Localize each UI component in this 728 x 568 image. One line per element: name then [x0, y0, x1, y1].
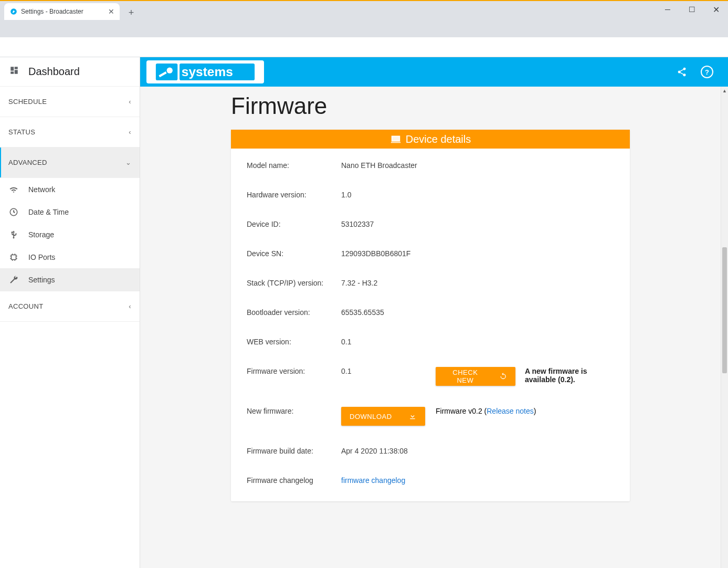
url-bar [0, 37, 728, 57]
new-fw-text: Firmware v0.2 (Release notes) [436, 407, 536, 415]
sidebar-group-status[interactable]: STATUS ‹ [0, 117, 140, 148]
sidebar-item-label: Network [28, 185, 55, 194]
scrollbar[interactable]: ▲ ▼ [721, 87, 728, 568]
build-date-label: Firmware build date: [247, 447, 341, 455]
device-id-value: 53102337 [341, 220, 436, 228]
fw-version-label: Firmware version: [247, 367, 341, 375]
download-button[interactable]: DOWNLOAD [341, 407, 425, 426]
browser-chrome: ─ ☐ ✕ Settings - Broadcaster ✕ + [0, 0, 728, 37]
laptop-icon [390, 133, 402, 145]
scroll-up-icon[interactable]: ▲ [721, 87, 728, 95]
chevron-left-icon: ‹ [129, 128, 131, 136]
changelog-label: Firmware changelog [247, 476, 341, 485]
dashboard-title: Dashboard [28, 66, 80, 78]
sidebar-item-ioports[interactable]: IO Ports [0, 246, 140, 268]
sidebar: Dashboard SCHEDULE ‹ STATUS ‹ ADVANCED ⌄… [0, 57, 140, 568]
wifi-icon [8, 185, 19, 194]
svg-rect-2 [156, 64, 177, 80]
check-new-button[interactable]: CHECK NEW [436, 367, 515, 386]
build-date-value: Apr 4 2020 11:38:08 [341, 447, 436, 455]
browser-tab[interactable]: Settings - Broadcaster ✕ [4, 3, 120, 20]
dashboard-header[interactable]: Dashboard [0, 57, 140, 87]
changelog-link[interactable]: firmware changelog [341, 476, 405, 485]
logo: systems [146, 60, 264, 83]
hw-version-value: 1.0 [341, 191, 436, 199]
new-fw-label: New firmware: [247, 407, 341, 415]
hw-version-label: Hardware version: [247, 191, 341, 199]
svg-rect-1 [12, 255, 16, 259]
chevron-down-icon: ⌄ [125, 159, 131, 166]
stack-label: Stack (TCP/IP) version: [247, 279, 341, 287]
sidebar-item-label: Storage [28, 230, 54, 239]
chip-icon [8, 253, 19, 262]
sidebar-item-network[interactable]: Network [0, 178, 140, 201]
model-name-label: Model name: [247, 161, 341, 170]
chevron-left-icon: ‹ [129, 98, 131, 106]
fw-version-value: 0.1 [341, 367, 436, 375]
dashboard-icon [9, 66, 19, 78]
model-name-value: Nano ETH Broadcaster [341, 161, 436, 170]
fw-available-note: A new firmware is available (0.2). [525, 367, 614, 384]
page-title: Firmware [231, 87, 630, 130]
web-version-value: 0.1 [341, 338, 436, 346]
sidebar-group-account[interactable]: ACCOUNT ‹ [0, 291, 140, 322]
sidebar-item-label: IO Ports [28, 253, 55, 261]
device-details-card: Device details Model name: Nano ETH Broa… [231, 130, 630, 501]
download-icon [408, 412, 417, 420]
device-id-label: Device ID: [247, 220, 341, 228]
window-maximize[interactable]: ☐ [680, 1, 704, 18]
top-bar: systems ? [140, 57, 728, 87]
help-icon[interactable]: ? [701, 66, 713, 78]
bootloader-label: Bootloader version: [247, 308, 341, 317]
sidebar-item-label: Date & Time [28, 208, 69, 216]
window-controls: ─ ☐ ✕ [656, 1, 728, 18]
sidebar-item-datetime[interactable]: Date & Time [0, 201, 140, 223]
tab-close-icon[interactable]: ✕ [108, 7, 114, 16]
device-sn-label: Device SN: [247, 249, 341, 258]
window-minimize[interactable]: ─ [656, 1, 680, 18]
sidebar-item-settings[interactable]: Settings [0, 268, 140, 291]
tab-title: Settings - Broadcaster [21, 8, 83, 15]
release-notes-link[interactable]: Release notes [487, 407, 534, 415]
device-sn-value: 129093DBB0B6801F [341, 249, 436, 258]
window-close[interactable]: ✕ [704, 1, 728, 18]
svg-text:systems: systems [182, 65, 233, 79]
share-icon[interactable] [676, 66, 688, 78]
stack-value: 7.32 - H3.2 [341, 279, 436, 287]
usb-icon [8, 230, 19, 239]
bootloader-value: 65535.65535 [341, 308, 436, 317]
card-header: Device details [231, 130, 630, 149]
svg-point-3 [167, 68, 173, 73]
clock-icon [8, 207, 19, 217]
web-version-label: WEB version: [247, 338, 341, 346]
scrollbar-thumb[interactable] [722, 247, 727, 373]
tab-favicon-icon [9, 7, 18, 16]
content-area: systems ? Firmware Device details [140, 57, 728, 568]
sidebar-item-label: Settings [28, 276, 55, 284]
sidebar-group-schedule[interactable]: SCHEDULE ‹ [0, 87, 140, 117]
refresh-icon [499, 372, 507, 381]
sidebar-item-storage[interactable]: Storage [0, 223, 140, 246]
wrench-icon [8, 275, 19, 285]
sidebar-group-advanced[interactable]: ADVANCED ⌄ [0, 148, 140, 178]
chevron-left-icon: ‹ [129, 302, 131, 310]
new-tab-button[interactable]: + [124, 5, 139, 20]
